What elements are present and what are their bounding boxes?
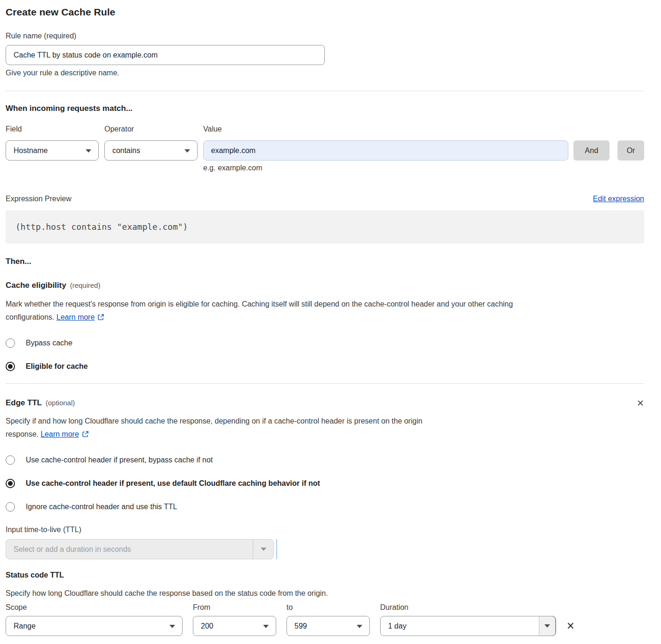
to-select[interactable]: 599: [286, 616, 370, 636]
chevron-down-icon: [263, 625, 269, 628]
status-code-ttl-description: Specify how long Cloudflare should cache…: [6, 589, 644, 598]
external-link-icon: [97, 312, 104, 325]
create-cache-rule-page: Create new Cache Rule Rule name (require…: [0, 0, 661, 636]
edge-ttl-header: Edge TTL(optional) ✕: [6, 398, 644, 409]
radio-label: Ignore cache-control header and use this…: [26, 503, 177, 511]
chevron-down-icon[interactable]: [253, 540, 273, 559]
from-select-value: 200: [201, 622, 213, 630]
learn-more-link[interactable]: Learn more: [57, 313, 95, 321]
chevron-down-icon[interactable]: [539, 616, 556, 636]
status-code-ttl-row: Range 200 599 1 day ✕: [6, 616, 644, 636]
and-button[interactable]: And: [573, 140, 610, 161]
duration-select-value: 1 day: [388, 622, 406, 630]
section-divider: [6, 383, 644, 384]
rule-name-input[interactable]: [6, 45, 325, 65]
radio-button[interactable]: [6, 502, 15, 512]
chevron-down-icon: [357, 625, 362, 628]
radio-button[interactable]: [6, 338, 15, 348]
value-input[interactable]: [203, 140, 568, 161]
edge-ttl-heading: Edge TTL(optional): [6, 398, 75, 408]
radio-option-use-header-bypass[interactable]: Use cache-control header if present, byp…: [6, 455, 644, 465]
required-badge: (required): [70, 281, 100, 289]
to-label: to: [286, 603, 370, 612]
external-link-icon: [82, 429, 89, 442]
radio-button-checked[interactable]: [6, 362, 15, 371]
learn-more-link[interactable]: Learn more: [41, 430, 79, 438]
duration-label: Duration: [380, 603, 556, 612]
ttl-duration-select-disabled[interactable]: Select or add a duration in seconds: [6, 539, 274, 559]
cache-eligibility-title: Cache eligibility: [6, 281, 66, 290]
expression-preview-header: Expression Preview Edit expression: [6, 195, 644, 203]
status-code-column-labels: Scope From to Duration: [6, 603, 644, 612]
scope-select[interactable]: Range: [6, 616, 183, 636]
scope-select-value: Range: [14, 622, 36, 630]
then-heading: Then...: [6, 257, 644, 266]
edge-ttl-description: Specify if and how long Cloudflare shoul…: [6, 415, 644, 442]
ttl-duration-placeholder: Select or add a duration in seconds: [14, 545, 131, 554]
rule-name-helper: Give your rule a descriptive name.: [6, 69, 644, 77]
section-divider: [6, 91, 644, 91]
edge-ttl-desc-line1: Specify if and how long Cloudflare shoul…: [6, 417, 422, 425]
edge-ttl-desc-line2: response.: [6, 430, 38, 438]
operator-select[interactable]: contains: [104, 140, 198, 161]
edit-expression-link[interactable]: Edit expression: [593, 195, 644, 203]
delete-row-icon[interactable]: ✕: [566, 620, 575, 632]
expression-code: (http.host contains "example.com"): [15, 222, 188, 232]
from-select[interactable]: 200: [193, 616, 276, 636]
radio-button[interactable]: [6, 455, 15, 465]
chevron-down-icon: [169, 625, 175, 628]
status-code-ttl-heading: Status code TTL: [6, 571, 644, 579]
optional-badge: (optional): [45, 399, 75, 407]
chevron-down-icon: [86, 149, 91, 153]
page-title: Create new Cache Rule: [6, 7, 644, 18]
value-helper: e.g. example.com: [203, 164, 644, 172]
cache-eligibility-desc-line2: configurations.: [6, 313, 54, 321]
operator-select-value: contains: [112, 146, 140, 155]
value-label: Value: [203, 125, 569, 133]
to-select-value: 599: [294, 622, 307, 630]
operator-label: Operator: [104, 125, 198, 133]
text-cursor: [276, 539, 277, 559]
radio-label: Use cache-control header if present, use…: [26, 479, 320, 488]
close-icon[interactable]: ✕: [637, 398, 644, 409]
expression-code-block: (http.host contains "example.com"): [6, 210, 644, 243]
radio-option-bypass-cache[interactable]: Bypass cache: [6, 338, 644, 348]
radio-button-checked[interactable]: [6, 479, 15, 488]
scope-label: Scope: [6, 603, 183, 612]
from-label: From: [193, 603, 276, 612]
radio-option-eligible-for-cache[interactable]: Eligible for cache: [6, 362, 644, 371]
radio-label: Eligible for cache: [26, 362, 88, 371]
rule-name-label: Rule name (required): [6, 32, 644, 40]
radio-option-use-header-default[interactable]: Use cache-control header if present, use…: [6, 479, 644, 488]
ttl-combo-row: Select or add a duration in seconds: [6, 539, 644, 559]
duration-select[interactable]: 1 day: [380, 616, 556, 636]
ttl-input-label: Input time-to-live (TTL): [6, 526, 644, 534]
radio-option-ignore-header[interactable]: Ignore cache-control header and use this…: [6, 502, 644, 512]
radio-label: Bypass cache: [26, 339, 73, 347]
match-heading: When incoming requests match...: [6, 104, 644, 113]
field-select-value: Hostname: [14, 146, 48, 155]
edge-ttl-title: Edge TTL: [6, 398, 42, 407]
chevron-down-icon: [184, 149, 190, 153]
or-button[interactable]: Or: [617, 140, 644, 161]
cache-eligibility-desc-line1: Mark whether the request's response from…: [6, 300, 513, 308]
field-label: Field: [6, 125, 99, 133]
cache-eligibility-description: Mark whether the request's response from…: [6, 298, 644, 325]
expression-preview-label: Expression Preview: [6, 195, 72, 203]
match-column-labels: Field Operator Value: [6, 125, 644, 133]
field-select[interactable]: Hostname: [6, 140, 99, 161]
match-condition-row: Hostname contains And Or: [6, 140, 644, 161]
cache-eligibility-heading: Cache eligibility(required): [6, 281, 644, 290]
radio-label: Use cache-control header if present, byp…: [26, 456, 213, 464]
